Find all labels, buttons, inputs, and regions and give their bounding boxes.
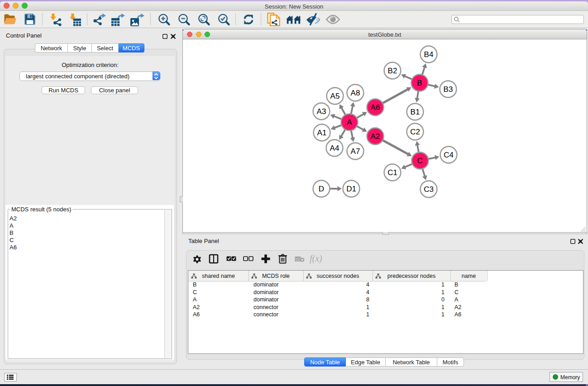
- svg-text:C: C: [417, 157, 423, 165]
- svg-text:A7: A7: [351, 147, 360, 156]
- svg-text:A2: A2: [371, 132, 380, 141]
- svg-text:C1: C1: [387, 168, 397, 177]
- svg-text:A6: A6: [371, 103, 380, 112]
- svg-text:B: B: [417, 79, 422, 87]
- svg-text:C2: C2: [410, 128, 420, 136]
- svg-text:B1: B1: [411, 108, 420, 116]
- svg-text:A1: A1: [317, 129, 327, 137]
- svg-text:A3: A3: [317, 107, 326, 116]
- svg-text:A8: A8: [351, 89, 360, 97]
- svg-text:B3: B3: [444, 85, 453, 94]
- svg-text:A: A: [347, 118, 352, 127]
- svg-text:D1: D1: [346, 185, 356, 193]
- svg-text:A5: A5: [330, 92, 340, 100]
- svg-text:B2: B2: [388, 67, 397, 75]
- svg-text:C4: C4: [444, 151, 454, 159]
- svg-text:C3: C3: [424, 185, 434, 194]
- svg-text:B4: B4: [424, 50, 434, 59]
- svg-text:D: D: [319, 185, 324, 193]
- svg-text:A4: A4: [330, 144, 339, 152]
